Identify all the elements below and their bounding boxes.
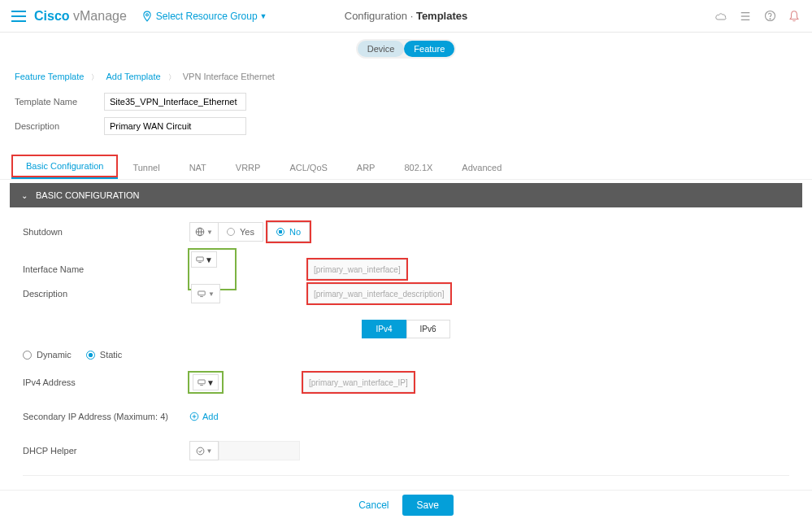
tab-basic-configuration[interactable]: Basic Configuration <box>11 155 118 179</box>
static-radio[interactable]: Static <box>86 350 123 360</box>
chevron-down-icon: ⌄ <box>21 191 28 200</box>
shutdown-yes[interactable]: Yes <box>218 222 263 242</box>
tab-nat[interactable]: NAT <box>175 156 221 179</box>
breadcrumb: Feature Template 〉 Add Template 〉 VPN In… <box>0 65 812 89</box>
tab-acl-qos[interactable]: ACL/QoS <box>275 156 341 179</box>
ipv4-tab[interactable]: IPv4 <box>362 320 406 338</box>
page-title: Configuration · Templates <box>345 10 468 22</box>
secondary-ip-label: Secondary IP Address (Maximum: 4) <box>23 412 189 421</box>
resource-group-select[interactable]: Select Resource Group▼ <box>156 11 267 22</box>
description-input[interactable] <box>104 117 246 135</box>
description-label: Description <box>15 121 104 131</box>
tab-8021x[interactable]: 802.1X <box>389 156 447 179</box>
device-toggle[interactable]: Device <box>358 41 405 57</box>
bell-icon[interactable] <box>788 10 801 23</box>
device-icon <box>195 255 205 264</box>
crumb-current: VPN Interface Ethernet <box>183 72 275 81</box>
menu-icon[interactable] <box>11 11 26 22</box>
shutdown-label: Shutdown <box>23 227 189 237</box>
template-name-input[interactable] <box>104 93 246 111</box>
tab-advanced[interactable]: Advanced <box>447 156 516 179</box>
shutdown-no[interactable]: No <box>267 222 310 242</box>
tab-tunnel[interactable]: Tunnel <box>118 156 174 179</box>
section-basic-configuration[interactable]: ⌄ BASIC CONFIGURATION <box>10 183 802 207</box>
tab-vrrp[interactable]: VRRP <box>221 156 276 179</box>
device-icon <box>197 290 206 298</box>
plus-circle-icon <box>189 412 199 421</box>
svg-rect-13 <box>198 380 205 384</box>
cloud-icon[interactable] <box>714 10 727 23</box>
svg-point-5 <box>769 19 770 20</box>
help-icon[interactable] <box>763 10 776 23</box>
crumb-feature-template[interactable]: Feature Template <box>15 72 84 81</box>
dhcp-helper-label: DHCP Helper <box>23 446 189 456</box>
if-description-value[interactable]: [primary_wan_interface_description] <box>308 284 450 303</box>
feature-toggle[interactable]: Feature <box>404 41 454 57</box>
if-description-scope[interactable]: ▼ <box>191 284 220 303</box>
interface-name-value[interactable]: [primary_wan_interface] <box>308 260 406 279</box>
ipv6-tab[interactable]: IPv6 <box>406 320 450 338</box>
dynamic-radio[interactable]: Dynamic <box>23 350 72 360</box>
ipv4-address-label: IPv4 Address <box>23 377 189 387</box>
shutdown-scope[interactable]: ▼ <box>189 222 219 242</box>
device-icon <box>197 378 206 386</box>
tasks-icon[interactable] <box>739 10 752 23</box>
globe-icon <box>195 227 205 237</box>
if-description-label: Description <box>23 289 189 299</box>
svg-rect-9 <box>197 257 203 261</box>
template-type-toggle: Device Feature <box>356 39 457 59</box>
tab-arp[interactable]: ARP <box>342 156 390 179</box>
interface-name-scope[interactable]: ▼ <box>191 251 217 268</box>
dhcp-helper-value[interactable] <box>219 441 300 460</box>
pin-icon <box>141 10 153 23</box>
interface-name-label: Interface Name <box>23 264 189 274</box>
crumb-add-template[interactable]: Add Template <box>106 72 161 81</box>
ipv4-address-scope[interactable]: ▼ <box>193 374 219 390</box>
cancel-button[interactable]: Cancel <box>358 499 389 511</box>
chevron-down-icon: ▼ <box>260 12 267 20</box>
check-icon <box>196 447 205 456</box>
svg-point-0 <box>145 13 148 15</box>
template-name-label: Template Name <box>15 97 104 107</box>
svg-rect-11 <box>198 291 205 295</box>
svg-point-18 <box>197 447 204 455</box>
ipv4-address-value[interactable]: [primary_wan_interface_IP] <box>303 373 414 392</box>
brand: Cisco vManage <box>34 9 127 24</box>
save-button[interactable]: Save <box>402 495 454 516</box>
add-secondary-ip[interactable]: Add <box>189 412 219 421</box>
dhcp-helper-scope[interactable]: ▼ <box>189 441 219 460</box>
